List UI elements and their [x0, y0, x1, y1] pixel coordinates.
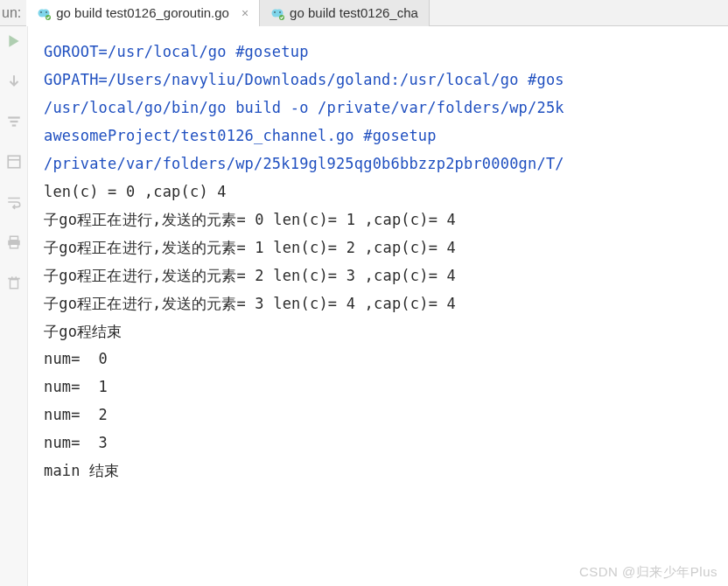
svg-point-8 [279, 11, 281, 13]
svg-rect-11 [10, 121, 18, 122]
svg-rect-10 [8, 116, 20, 118]
console-output-line: 子go程正在进行,发送的元素= 1 len(c)= 2 ,cap(c)= 4 [44, 234, 721, 262]
filter-icon[interactable] [6, 114, 22, 129]
layout-icon[interactable] [6, 154, 22, 170]
console-output-line: 子go程正在进行,发送的元素= 0 len(c)= 1 ,cap(c)= 4 [44, 206, 721, 234]
console-output-line: num= 2 [44, 401, 721, 429]
svg-rect-18 [10, 280, 18, 289]
watermark: CSDN @归来少年Plus [579, 564, 718, 581]
print-icon[interactable] [6, 234, 22, 250]
console-output-line: num= 3 [44, 429, 721, 457]
console-output-line: len(c) = 0 ,cap(c) 4 [44, 178, 721, 206]
console-output-line: 子go程正在进行,发送的元素= 3 len(c)= 4 ,cap(c)= 4 [44, 290, 721, 318]
tab-label: go build test0126_cha [290, 5, 418, 20]
trash-icon[interactable] [6, 275, 22, 290]
console-output-line: 子go程结束 [44, 318, 721, 346]
console-output-line: 子go程正在进行,发送的元素= 2 len(c)= 3 ,cap(c)= 4 [44, 262, 721, 290]
go-file-icon [37, 6, 51, 20]
wrap-icon[interactable] [6, 194, 22, 210]
console-output-line: num= 0 [44, 345, 721, 373]
tab-channel[interactable]: go build test0126_cha [260, 0, 430, 26]
tab-goroutin[interactable]: go build test0126_goroutin.go × [26, 0, 260, 26]
console-output[interactable]: GOROOT=/usr/local/go #gosetupGOPATH=/Use… [28, 26, 728, 586]
svg-point-3 [46, 11, 47, 13]
tab-label: go build test0126_goroutin.go [56, 5, 229, 20]
svg-rect-15 [10, 236, 18, 241]
main-area: GOROOT=/usr/local/go #gosetupGOPATH=/Use… [0, 26, 728, 586]
console-output-line: main 结束 [44, 457, 721, 485]
down-arrow-icon[interactable] [6, 73, 22, 89]
svg-point-7 [274, 11, 276, 13]
top-bar: un: go build test0126_goroutin.go × go b… [0, 0, 728, 26]
svg-rect-13 [8, 156, 20, 168]
run-icon[interactable] [6, 33, 22, 49]
console-setup-line: awesomeProject/test0126_channel.go #gose… [44, 122, 721, 150]
svg-rect-12 [11, 124, 16, 126]
close-icon[interactable]: × [242, 6, 248, 20]
go-file-icon [270, 6, 284, 20]
svg-rect-17 [10, 244, 18, 248]
console-setup-line: GOROOT=/usr/local/go #gosetup [44, 38, 721, 66]
console-setup-line: /private/var/folders/wp/25k19gl925qg0b6b… [44, 150, 721, 178]
svg-point-2 [40, 11, 42, 13]
run-label: un: [0, 5, 26, 21]
tabs-container: go build test0126_goroutin.go × go build… [26, 0, 728, 26]
console-setup-line: GOPATH=/Users/navyliu/Downloads/goland:/… [44, 66, 721, 94]
console-output-line: num= 1 [44, 373, 721, 401]
tool-gutter [0, 26, 28, 586]
console-setup-line: /usr/local/go/bin/go build -o /private/v… [44, 94, 721, 122]
